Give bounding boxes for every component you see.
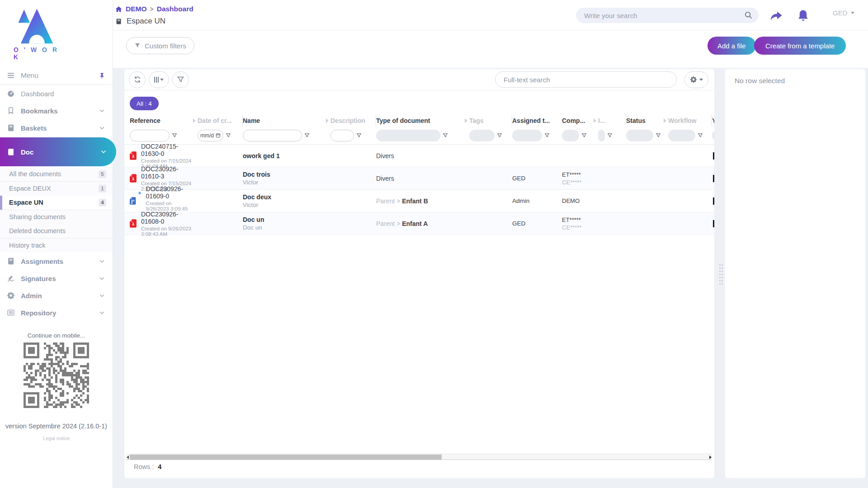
table-row[interactable]: DOC230926-01609-0 Created on 9/26/2023 3… [124, 190, 714, 212]
notification-bell-icon[interactable] [797, 9, 810, 22]
sidebar-item-signatures[interactable]: Signatures [0, 270, 113, 287]
create-from-template-button[interactable]: Create from a template [754, 37, 846, 55]
sidebar-item-bookmarks[interactable]: Bookmarks [0, 102, 113, 119]
sidebar-item-doc-active[interactable]: Doc [0, 137, 116, 166]
funnel-icon[interactable] [581, 133, 587, 138]
filter-input-description[interactable] [330, 130, 354, 141]
sidebar-item-all-documents[interactable]: All the documents 5 [0, 167, 113, 182]
sidebar-item-espace-deux[interactable]: Espace DEUX 1 [0, 182, 113, 196]
funnel-icon[interactable] [656, 133, 661, 138]
column-header-tags[interactable]: Tags [469, 114, 512, 127]
list-icon [7, 309, 15, 317]
funnel-icon[interactable] [497, 133, 502, 138]
document-name: Doc deux [243, 193, 327, 201]
sidebar-item-dashboard[interactable]: Dashboard [0, 85, 113, 102]
column-header-date[interactable]: Date of cr... [198, 114, 243, 127]
sidebar-item-deleted-documents[interactable]: Deleted documents [0, 224, 113, 239]
account-menu[interactable]: GED [833, 9, 854, 17]
breadcrumb-root[interactable]: DEMO [126, 5, 147, 13]
table-row[interactable]: DOC230926-01608-0 Created on 9/26/2023 3… [124, 212, 714, 235]
filter-all-pill[interactable]: All : 4 [130, 97, 159, 110]
document-type: Enfant B [402, 197, 428, 205]
funnel-icon[interactable] [607, 133, 613, 138]
pin-icon[interactable] [99, 72, 105, 79]
document-name: Doc trois [243, 171, 327, 178]
sidebar-item-admin[interactable]: Admin [0, 287, 113, 304]
custom-filters-label: Custom filters [145, 42, 186, 50]
filter-input-reference[interactable] [130, 130, 170, 141]
column-header-company[interactable]: Comp... [562, 114, 598, 127]
chevron-down-icon [99, 125, 105, 131]
version-label: version Septembre 2024 (2.16.0-1) [0, 422, 113, 430]
panel-resize-handle[interactable] [719, 263, 723, 285]
home-icon[interactable] [115, 5, 123, 13]
column-header-status[interactable]: Status [626, 114, 668, 127]
funnel-icon[interactable] [172, 133, 177, 138]
sidebar-item-repository[interactable]: Repository [0, 304, 113, 321]
funnel-icon[interactable] [226, 133, 231, 138]
column-header-name[interactable]: Name [243, 114, 330, 127]
breadcrumb-separator: > [150, 5, 154, 13]
breadcrumb-current[interactable]: Dashboard [157, 5, 193, 13]
column-header-assigned[interactable]: Assigned t... [512, 114, 562, 127]
menu-label: Menu [21, 71, 93, 80]
columns-button[interactable] [149, 71, 169, 88]
table-row[interactable]: DOC230926-01610-3 Created on 7/15/2024 2… [124, 167, 714, 190]
document-company-sub: CE***** [562, 179, 594, 186]
sidebar-item-espace-un[interactable]: Espace UN 4 [0, 196, 113, 210]
filter-input-date[interactable]: mm/d [198, 130, 223, 141]
sidebar-item-label: Doc [21, 148, 94, 156]
document-subtitle: Victor [243, 179, 327, 186]
sidebar-item-assignments[interactable]: Assignments [0, 253, 113, 270]
sidebar-item-history-track[interactable]: History track [0, 239, 113, 253]
qr-code [24, 343, 89, 408]
sort-caret-icon [193, 118, 196, 123]
table-settings-button[interactable] [684, 71, 708, 88]
calendar-icon[interactable] [216, 133, 221, 138]
hamburger-icon[interactable] [7, 71, 15, 80]
refresh-button[interactable] [129, 71, 146, 88]
sidebar-item-baskets[interactable]: Baskets [0, 119, 113, 136]
submenu-label: All the documents [9, 170, 99, 178]
funnel-icon[interactable] [304, 133, 310, 138]
global-search-input[interactable] [576, 8, 759, 23]
horizontal-scrollbar[interactable] [126, 454, 712, 460]
document-subtitle: Doc un [243, 224, 327, 231]
sidebar-menu-header: Menu [0, 66, 113, 85]
column-header-y[interactable]: Y... [712, 114, 714, 127]
app-logo[interactable]: O ' W O R K [0, 0, 113, 66]
fulltext-search-input[interactable] [495, 71, 677, 88]
document-type: Divers [376, 175, 394, 182]
legal-notice-link[interactable]: Legal notice [0, 436, 113, 441]
search-icon[interactable] [744, 11, 753, 19]
document-reference: DOC230926-01610-3 [141, 165, 194, 180]
chevron-down-icon [99, 108, 105, 114]
gauge-icon [7, 90, 15, 98]
scroll-right-arrow-icon[interactable] [709, 455, 712, 459]
scrollbar-thumb[interactable] [130, 455, 442, 460]
column-header-description[interactable]: Description [330, 114, 376, 127]
funnel-icon[interactable] [544, 133, 550, 138]
submenu-label: Deleted documents [9, 227, 106, 235]
document-reference: DOC240715-01630-0 [141, 143, 194, 157]
scroll-left-arrow-icon[interactable] [127, 455, 129, 459]
table-header-row: Reference Date of cr... Name Description… [124, 114, 714, 127]
funnel-icon[interactable] [443, 133, 448, 138]
column-header-i[interactable]: I... [598, 114, 626, 127]
funnel-icon [177, 76, 184, 84]
brand-wordmark: O ' W O R K [14, 46, 68, 61]
chevron-down-icon [100, 148, 107, 155]
column-header-reference[interactable]: Reference [130, 114, 198, 127]
add-file-button[interactable]: Add a file [708, 37, 756, 55]
share-icon[interactable] [770, 9, 783, 22]
column-header-type[interactable]: Type of document [376, 114, 469, 127]
table-footer: Rows : 4 [134, 463, 161, 470]
funnel-icon[interactable] [698, 133, 703, 138]
funnel-icon[interactable] [356, 133, 362, 138]
sidebar-item-sharing-documents[interactable]: Sharing documents [0, 210, 113, 225]
column-header-workflow[interactable]: Workflow [668, 114, 712, 127]
filter-button[interactable] [172, 71, 189, 88]
custom-filters-button[interactable]: Custom filters [126, 37, 194, 54]
table-row[interactable]: DOC240715-01630-0 Created on 7/15/2024 2… [124, 145, 714, 167]
filter-input-name[interactable] [243, 130, 302, 141]
